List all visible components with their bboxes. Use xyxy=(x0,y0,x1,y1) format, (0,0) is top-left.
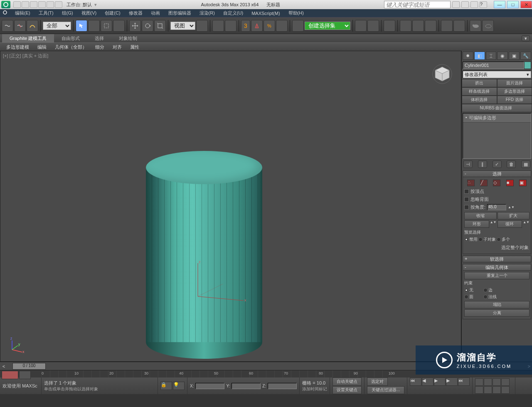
by-angle-checkbox[interactable] xyxy=(464,205,469,210)
create-tab-icon[interactable]: ✹ xyxy=(463,52,473,60)
modify-tab-icon[interactable]: ◧ xyxy=(474,52,485,60)
pivot-center-icon[interactable] xyxy=(196,20,208,32)
isolate-icon[interactable]: 💡 xyxy=(173,382,185,390)
preview-subobj-radio[interactable] xyxy=(478,237,483,242)
search-input[interactable] xyxy=(384,1,451,8)
rendered-frame-icon[interactable] xyxy=(453,20,465,32)
favorites-icon[interactable] xyxy=(470,1,478,8)
loop-button[interactable]: 循环 xyxy=(498,220,522,228)
constraint-edge-radio[interactable] xyxy=(483,288,488,292)
key-filters-button[interactable]: 关键点过滤器... xyxy=(367,386,404,395)
shrink-button[interactable]: 收缩 xyxy=(464,212,497,220)
menu-animation[interactable]: 动画 xyxy=(148,9,163,17)
select-object-icon[interactable] xyxy=(76,20,87,32)
percent-snap-icon[interactable]: % xyxy=(264,20,275,32)
save-file-icon[interactable] xyxy=(30,1,37,8)
orbit-icon[interactable] xyxy=(493,386,501,394)
pan-icon[interactable] xyxy=(484,386,492,394)
auto-key-button[interactable]: 自动关键点 xyxy=(332,377,362,386)
app-menu-icon[interactable] xyxy=(2,10,10,17)
material-editor-icon[interactable] xyxy=(425,20,436,32)
zoom-all-icon[interactable] xyxy=(484,378,492,386)
ring-button[interactable]: 环形 xyxy=(464,220,489,228)
preview-multi-radio[interactable] xyxy=(497,237,501,242)
zoom-icon[interactable] xyxy=(475,378,483,386)
spinner-arrows-icon[interactable]: ▲▼ xyxy=(508,205,515,209)
render-iterative-icon[interactable] xyxy=(482,20,494,32)
motion-tab-icon[interactable]: ◉ xyxy=(497,52,508,60)
menu-customize[interactable]: 自定义(U) xyxy=(220,9,246,17)
ring-spinner-icon[interactable]: ▲▼ xyxy=(490,220,497,228)
add-time-tag[interactable]: 添加时间标记 xyxy=(302,386,327,392)
ribbon-tab-freeform[interactable]: 自由形式 xyxy=(54,34,87,43)
hierarchy-tab-icon[interactable]: ⌶ xyxy=(486,52,497,60)
zoom-extents-icon[interactable] xyxy=(493,378,501,386)
mirror-tool-icon[interactable] xyxy=(355,20,367,32)
grow-button[interactable]: 扩大 xyxy=(498,212,530,220)
next-frame-icon[interactable]: ▶ xyxy=(446,377,458,386)
display-tab-icon[interactable]: ▣ xyxy=(509,52,520,60)
spinner-snap-icon[interactable] xyxy=(276,20,288,32)
maximize-viewport-icon[interactable] xyxy=(501,386,510,394)
move-tool-icon[interactable] xyxy=(129,20,141,32)
mod-btn-extrude[interactable]: 挤出 xyxy=(462,79,497,87)
vertex-subobj-icon[interactable]: ∴ xyxy=(467,180,475,186)
menu-help[interactable]: 帮助(H) xyxy=(285,9,307,17)
modifier-list-dropdown[interactable]: 修改器列表 ▾ xyxy=(463,71,531,78)
new-file-icon[interactable] xyxy=(13,1,21,8)
angle-snap-icon[interactable] xyxy=(251,20,263,32)
goto-start-icon[interactable]: ⏮ xyxy=(410,377,421,386)
menu-group[interactable]: 组(G) xyxy=(59,9,76,17)
minimize-button[interactable]: — xyxy=(494,1,505,8)
make-unique-icon[interactable]: ✓ xyxy=(493,160,502,168)
lock-selection-icon[interactable]: 🔒 xyxy=(160,382,172,390)
ribbon-sub-polymodel[interactable]: 多边形建模 xyxy=(2,43,33,51)
ribbon-tab-paint[interactable]: 对象绘制 xyxy=(111,34,145,43)
ribbon-tab-graphite[interactable]: Graphite 建模工具 xyxy=(2,34,54,43)
by-vertex-checkbox[interactable] xyxy=(464,189,469,194)
ribbon-sub-align[interactable]: 对齐 xyxy=(108,43,126,51)
maximize-button[interactable]: □ xyxy=(507,1,519,8)
undo-icon[interactable] xyxy=(38,1,46,8)
scale-tool-icon[interactable] xyxy=(154,20,166,32)
unlink-tool-icon[interactable] xyxy=(14,20,26,32)
keyboard-shortcut-icon[interactable] xyxy=(225,20,236,32)
help-icon[interactable]: ? xyxy=(480,1,487,8)
preview-off-radio[interactable] xyxy=(464,237,468,242)
pin-stack-icon[interactable]: ⊣ xyxy=(463,160,473,168)
utilities-tab-icon[interactable]: 🔧 xyxy=(520,52,531,60)
menu-views[interactable]: 视图(V) xyxy=(78,9,100,17)
constraint-normal-radio[interactable] xyxy=(483,295,488,299)
viewport-label[interactable]: [+] [正交] [真实 + 边面] xyxy=(3,53,48,59)
remove-modifier-icon[interactable]: 🗑 xyxy=(507,160,516,168)
constraint-face-radio[interactable] xyxy=(464,295,468,299)
menu-modifiers[interactable]: 修改器 xyxy=(126,9,146,17)
element-subobj-icon[interactable]: ▣ xyxy=(519,180,527,186)
layer-manager-icon[interactable] xyxy=(384,20,395,32)
modifier-stack[interactable]: ▪ 可编辑多边形 xyxy=(463,113,531,159)
border-subobj-icon[interactable]: ◇ xyxy=(493,180,500,186)
named-selection-edit-icon[interactable] xyxy=(292,20,304,32)
schematic-view-icon[interactable] xyxy=(412,20,424,32)
zoom-extents-all-icon[interactable] xyxy=(501,378,510,386)
menu-tools[interactable]: 工具(T) xyxy=(35,9,57,17)
workspace-selector[interactable]: 工作台: 默认 xyxy=(66,2,92,8)
object-color-swatch[interactable] xyxy=(524,62,531,69)
rollout-edit-geometry-header[interactable]: - 编辑几何体 xyxy=(463,264,531,271)
menu-graph-editors[interactable]: 图形编辑器 xyxy=(165,9,195,17)
menu-create[interactable]: 创建(C) xyxy=(101,9,123,17)
link-tool-icon[interactable] xyxy=(2,20,13,32)
trackbar-keymode-icon[interactable] xyxy=(2,371,18,379)
show-end-result-icon[interactable]: ∥ xyxy=(478,160,487,168)
ignore-backfacing-checkbox[interactable] xyxy=(464,197,469,202)
bind-spacewarp-icon[interactable] xyxy=(27,20,38,32)
coord-y-input[interactable] xyxy=(232,383,261,389)
coord-z-input[interactable] xyxy=(268,383,297,389)
detach-button[interactable]: 分离 xyxy=(464,309,530,317)
fov-icon[interactable] xyxy=(475,386,483,394)
ribbon-expand-icon[interactable]: ▾ xyxy=(522,35,530,41)
edge-subobj-icon[interactable]: ╱ xyxy=(480,180,488,186)
ribbon-sub-geometry[interactable]: 几何体（全部） xyxy=(51,43,91,51)
mod-btn-vol-select[interactable]: 体积选择 xyxy=(462,96,497,104)
cylinder-object[interactable]: z x xyxy=(146,151,262,359)
